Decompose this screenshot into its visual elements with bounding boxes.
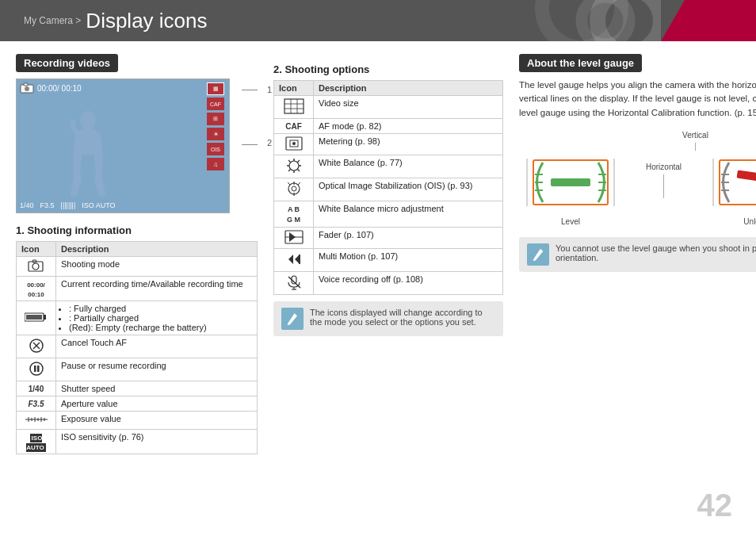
unlevel-label: Unlevel bbox=[743, 217, 756, 226]
desc-cell: White Balance (p. 77) bbox=[314, 155, 503, 178]
svg-point-8 bbox=[32, 263, 39, 270]
multi-motion-icon bbox=[285, 251, 303, 267]
shooting-options-table: Icon Description Video si bbox=[273, 80, 503, 295]
right-icons-panel: ▦ CAF ⊞ ☀ OIS ♫ bbox=[207, 82, 224, 170]
svg-rect-12 bbox=[44, 315, 46, 320]
level-gauge-svg bbox=[519, 151, 622, 214]
iso-icon: ISO AUTO bbox=[26, 434, 46, 452]
annot-line-1 bbox=[242, 90, 258, 90]
icon-cell bbox=[274, 134, 314, 155]
svg-line-39 bbox=[288, 160, 291, 163]
table-row: Optical Image Stabilization (OIS) (p. 93… bbox=[274, 178, 503, 201]
table-row: A BG M White Balance micro adjustment bbox=[274, 201, 503, 228]
svg-point-16 bbox=[30, 362, 43, 375]
metering-icon bbox=[285, 136, 303, 151]
left-column: Recording videos 00:00/ 00:10 bbox=[16, 54, 258, 528]
level-gauge-description: The level gauge helps you align the came… bbox=[519, 78, 756, 120]
unlevel-gauge-svg bbox=[705, 151, 756, 214]
note-icon-2 bbox=[527, 243, 549, 266]
svg-point-43 bbox=[288, 183, 300, 194]
desc-cell: : Fully charged : Partially charged (Red… bbox=[56, 301, 258, 335]
svg-rect-17 bbox=[34, 366, 36, 372]
table-row: White Balance (p. 77) bbox=[274, 155, 503, 178]
camera-mode-icon bbox=[20, 82, 34, 94]
svg-marker-50 bbox=[288, 255, 293, 264]
desc-cell: White Balance micro adjustment bbox=[314, 201, 503, 228]
recording-videos-heading: Recording videos bbox=[16, 54, 118, 72]
table-row: Fader (p. 107) bbox=[274, 227, 503, 248]
level-diagram: Vertical bbox=[519, 131, 756, 226]
pause-icon bbox=[29, 361, 44, 377]
table-row: 1/40 Shutter speed bbox=[17, 381, 258, 396]
right-column: About the level gauge The level gauge he… bbox=[519, 54, 756, 528]
camera-preview: 00:00/ 00:10 1/40 F3.5 bbox=[16, 78, 230, 213]
batt-partial-label: : Partially charged bbox=[69, 313, 139, 323]
icon-cell bbox=[17, 358, 56, 381]
person-silhouette bbox=[64, 111, 112, 198]
col-header-icon: Icon bbox=[17, 242, 56, 257]
pencil-icon bbox=[286, 311, 299, 327]
af-mode-icon: CAF bbox=[285, 122, 302, 131]
battery-icon bbox=[25, 312, 48, 323]
desc-cell: Exposure value bbox=[56, 412, 258, 430]
table-row: CAF AF mode (p. 82) bbox=[274, 119, 503, 134]
desc-cell: Multi Motion (p. 107) bbox=[314, 248, 503, 271]
table-row: Multi Motion (p. 107) bbox=[274, 248, 503, 271]
horizontal-container: Horizontal bbox=[646, 163, 682, 198]
metering-icon: ⊞ bbox=[207, 113, 224, 125]
icon-cell bbox=[17, 412, 56, 430]
icon-cell bbox=[274, 271, 314, 294]
table-row: Pause or resume recording bbox=[17, 358, 258, 381]
aperture-display: F3.5 bbox=[40, 201, 55, 209]
breadcrumb: My Camera > bbox=[24, 15, 81, 26]
svg-point-44 bbox=[292, 186, 296, 191]
vertical-label: Vertical bbox=[682, 131, 708, 140]
video-size-icon bbox=[284, 98, 304, 114]
level-gauge-note: You cannot use the level gauge when you … bbox=[519, 237, 756, 272]
wb-icon: ☀ bbox=[207, 128, 224, 140]
shooting-info-heading: 1. Shooting information bbox=[16, 224, 258, 236]
icon-cell bbox=[17, 257, 56, 277]
icon-cell bbox=[274, 248, 314, 271]
icon-cell: CAF bbox=[274, 119, 314, 134]
icon-cell bbox=[274, 178, 314, 201]
svg-point-33 bbox=[292, 142, 296, 145]
svg-point-0 bbox=[598, 0, 661, 41]
ois-icon: OIS bbox=[207, 143, 224, 155]
batt-empty-label: (Red): Empty (recharge the battery) bbox=[69, 323, 207, 332]
svg-point-2 bbox=[542, 0, 621, 41]
annotation-2: 2 bbox=[267, 138, 272, 147]
table-row: Cancel Touch AF bbox=[17, 335, 258, 358]
aperture-icon: F3.5 bbox=[28, 400, 44, 408]
header-bar: My Camera > Display icons bbox=[0, 0, 756, 41]
table-row: Video size bbox=[274, 96, 503, 119]
shutter-display: 1/40 bbox=[20, 201, 34, 209]
horizontal-line bbox=[663, 174, 664, 198]
timer-display: 00:00/ 00:10 bbox=[37, 84, 82, 93]
desc-cell: Fader (p. 107) bbox=[314, 227, 503, 248]
wb-adjust-icon: A BG M bbox=[287, 205, 300, 224]
level-note-text: You cannot use the level gauge when you … bbox=[556, 243, 756, 262]
desc-cell: Shooting mode bbox=[56, 257, 258, 277]
svg-rect-18 bbox=[37, 366, 40, 372]
col-header-icon: Icon bbox=[274, 81, 314, 96]
shooting-info-table: Icon Description Shooting mode bbox=[16, 241, 258, 454]
svg-point-4 bbox=[25, 86, 29, 91]
shooting-options-heading: 2. Shooting options bbox=[273, 63, 503, 75]
voice-off-icon bbox=[285, 274, 303, 290]
svg-rect-69 bbox=[737, 170, 756, 183]
middle-column: 2. Shooting options Icon Description bbox=[273, 54, 503, 528]
icon-cell: A BG M bbox=[274, 201, 314, 228]
svg-rect-61 bbox=[551, 178, 590, 186]
desc-cell: AF mode (p. 82) bbox=[314, 119, 503, 134]
cancel-touch-af-icon bbox=[29, 338, 44, 354]
camera-bottom-bar: 1/40 F3.5 |||||||| ISO AUTO bbox=[20, 201, 116, 209]
svg-line-42 bbox=[297, 170, 300, 172]
exposure-icon bbox=[25, 414, 48, 425]
table-row: ISO AUTO ISO sensitivity (p. 76) bbox=[17, 430, 258, 454]
level-label: Level bbox=[561, 217, 580, 226]
page-number: 42 bbox=[697, 488, 733, 523]
main-content: Recording videos 00:00/ 00:10 bbox=[0, 41, 756, 536]
table-row: 00:00/00:10 Current recording time/Avail… bbox=[17, 277, 258, 301]
pencil-icon-2 bbox=[532, 247, 544, 262]
